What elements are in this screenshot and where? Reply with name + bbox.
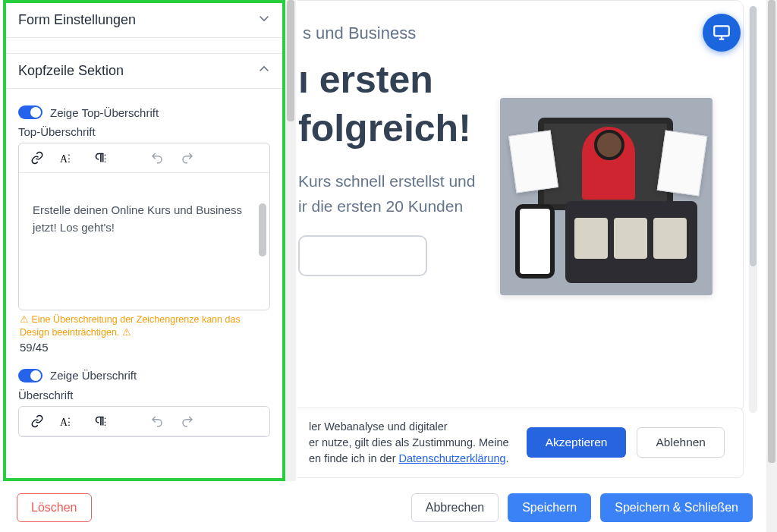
toggle-show-top-heading-label: Zeige Top-Überschrift: [50, 106, 159, 119]
privacy-link[interactable]: Datenschutzerklärung: [399, 452, 506, 464]
section-header-body: Zeige Top-Überschrift Top-Überschrift A•…: [6, 89, 282, 478]
link-icon[interactable]: [30, 414, 45, 428]
svg-text:•: •: [68, 423, 70, 427]
cookie-deny-button[interactable]: Ablehnen: [637, 427, 725, 458]
top-heading-field-label: Top-Überschrift: [18, 125, 270, 138]
section-header-section-title: Kopfzeile Sektion: [18, 63, 124, 79]
svg-text:•: •: [68, 159, 70, 164]
preview-top-heading: s und Business: [298, 24, 477, 43]
cookie-text: ler Webanalyse und digitaler er nutze, g…: [309, 419, 509, 467]
heading-editor: A••• •••: [18, 406, 270, 437]
link-icon[interactable]: [30, 151, 45, 165]
section-form-settings[interactable]: Form Einstellungen: [6, 3, 282, 38]
editor-footer: Löschen Abbrechen Speichern Speichern & …: [0, 483, 766, 532]
preview-product-image: [500, 98, 713, 295]
toggle-show-heading[interactable]: [18, 369, 42, 382]
undo-icon[interactable]: [149, 414, 165, 428]
top-heading-textarea[interactable]: Erstelle deinen Online Kurs und Business…: [19, 173, 269, 310]
paragraph-icon[interactable]: •••: [92, 414, 109, 428]
sidebar-scroll[interactable]: Form Einstellungen Kopfzeile Sektion Zei…: [6, 3, 282, 478]
font-size-icon[interactable]: A•••: [60, 414, 77, 428]
section-header-section[interactable]: Kopfzeile Sektion: [6, 53, 282, 89]
editor-scrollbar[interactable]: [259, 203, 266, 257]
svg-text:•: •: [105, 423, 106, 427]
svg-rect-14: [714, 26, 729, 36]
page-scrollbar[interactable]: [766, 0, 777, 532]
preview-scrollbar[interactable]: [749, 6, 757, 413]
top-heading-toolbar: A••• •••: [19, 143, 269, 173]
cookie-accept-button[interactable]: Akzeptieren: [527, 427, 627, 458]
redo-icon[interactable]: [180, 414, 195, 428]
sidebar-outer-scrollbar[interactable]: [285, 0, 296, 481]
save-close-button[interactable]: Speichern & Schließen: [600, 493, 753, 522]
preview-canvas: s und Business ı ersten folgreich! Kurs …: [297, 0, 766, 481]
heading-field-label: Überschrift: [18, 389, 270, 401]
cookie-banner: ler Webanalyse und digitaler er nutze, g…: [297, 408, 744, 478]
preview-frame: s und Business ı ersten folgreich! Kurs …: [297, 0, 744, 413]
heading-toolbar: A••• •••: [19, 407, 269, 436]
top-heading-editor: A••• ••• Erstelle deinen Online Kurs und…: [18, 143, 270, 310]
section-form-settings-title: Form Einstellungen: [18, 12, 136, 28]
cancel-button[interactable]: Abbrechen: [411, 493, 499, 522]
font-size-icon[interactable]: A•••: [60, 151, 77, 165]
delete-button[interactable]: Löschen: [17, 493, 92, 522]
char-limit-warning: ⚠ Eine Überschreitung der Zeichengrenze …: [18, 310, 270, 341]
save-button[interactable]: Speichern: [508, 493, 591, 522]
preview-heading: ı ersten folgreich!: [298, 55, 477, 153]
svg-text:•: •: [105, 159, 106, 164]
paragraph-icon[interactable]: •••: [92, 151, 109, 165]
preview-cta-input[interactable]: [298, 235, 427, 276]
toggle-show-top-heading[interactable]: [18, 105, 42, 119]
redo-icon[interactable]: [180, 151, 195, 165]
chevron-up-icon: [258, 63, 270, 79]
editor-sidebar: Form Einstellungen Kopfzeile Sektion Zei…: [3, 0, 285, 481]
char-counter: 59/45: [18, 341, 270, 361]
svg-text:A: A: [60, 416, 68, 427]
desktop-preview-button[interactable]: [703, 14, 741, 52]
svg-text:A: A: [60, 153, 68, 165]
monitor-icon: [712, 23, 731, 42]
chevron-down-icon: [258, 12, 270, 28]
toggle-show-heading-label: Zeige Überschrift: [50, 369, 137, 382]
undo-icon[interactable]: [149, 151, 165, 165]
preview-subheading: Kurs schnell erstellst und ir die ersten…: [298, 169, 477, 219]
